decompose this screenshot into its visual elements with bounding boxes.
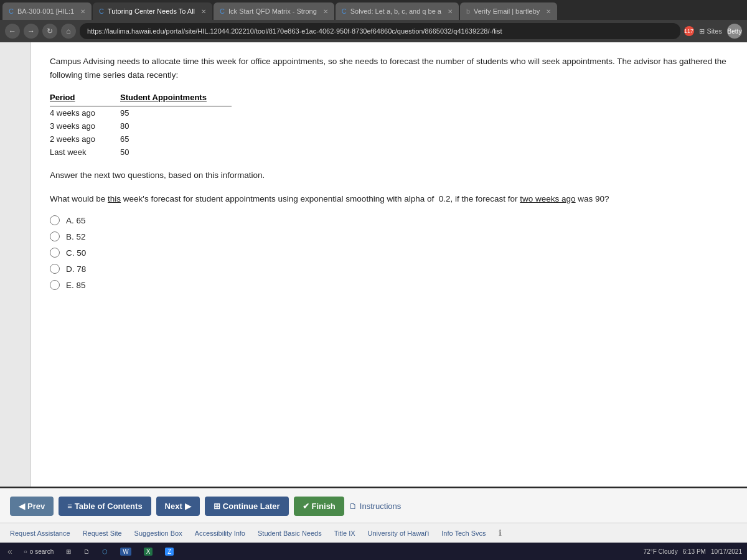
file-icon: 🗋 (83, 548, 90, 555)
toc-label: Table of Contents (75, 502, 143, 511)
checkmark-icon: ✔ (303, 502, 309, 511)
taskbar-icon-word[interactable]: W (116, 546, 134, 557)
content-wrapper: Campus Advising needs to allocate time t… (0, 42, 747, 487)
windows-icon: ⊞ (66, 548, 71, 555)
radio-e[interactable] (50, 280, 60, 290)
back-button[interactable]: ← (5, 24, 20, 39)
next-arrow-icon: ▶ (185, 502, 191, 511)
footer-info-tech[interactable]: Info Tech Svcs (441, 530, 486, 537)
table-row: 2 weeks ago 65 (50, 133, 232, 146)
question-instruction: Answer the next two questions, based on … (50, 169, 728, 182)
value-cell: 80 (120, 119, 232, 133)
tab-icon: C (99, 7, 104, 15)
taskbar-right: 72°F Cloudy 6:13 PM 10/17/2021 (644, 548, 742, 555)
tab-tutoring[interactable]: C Tutoring Center Needs To All ✕ (93, 2, 212, 20)
choice-b[interactable]: B. 52 (50, 231, 728, 241)
close-icon[interactable]: ✕ (323, 8, 328, 15)
system-time: 6:13 PM (683, 548, 706, 555)
col-header-period: Period (50, 91, 120, 106)
search-icon: ○ (24, 548, 27, 555)
prev-label: Prev (27, 502, 45, 511)
radio-b[interactable] (50, 231, 60, 241)
tab-icon: C (9, 7, 14, 15)
choice-c[interactable]: C. 50 (50, 248, 728, 258)
refresh-button[interactable]: ↻ (42, 24, 57, 39)
collapse-sidebar-button[interactable]: « (5, 546, 15, 556)
table-row: Last week 50 (50, 146, 232, 159)
sub-question: What would be this week's forecast for s… (50, 192, 728, 206)
footer: Request Assistance Request Site Suggesti… (0, 523, 747, 543)
tab-label: Tutoring Center Needs To All (108, 7, 195, 15)
prev-button[interactable]: ◀ Prev (10, 497, 54, 516)
tab-ba300[interactable]: C BA-300-001 [HIL:1 ✕ (2, 2, 92, 20)
home-button[interactable]: ⌂ (61, 24, 76, 39)
grid-icon: ⊞ (699, 27, 705, 35)
footer-info-icon: ℹ (499, 528, 502, 538)
tab-solved[interactable]: C Solved: Let a, b, c, and q be a ✕ (336, 2, 459, 20)
footer-accessibility[interactable]: Accessibility Info (195, 530, 245, 537)
tab-icon: C (220, 7, 225, 15)
main-content: Campus Advising needs to allocate time t… (31, 42, 747, 487)
period-cell: 3 weeks ago (50, 119, 120, 133)
taskbar-icon-start[interactable]: ⊞ (62, 547, 75, 556)
choice-a[interactable]: A. 65 (50, 215, 728, 225)
data-table: Period Student Appointments 4 weeks ago … (50, 91, 232, 159)
question-intro: Campus Advising needs to allocate time t… (50, 55, 728, 82)
sites-label: Sites (707, 27, 722, 35)
radio-c[interactable] (50, 248, 60, 258)
sidebar (0, 42, 31, 487)
instructions-button[interactable]: 🗋 Instructions (349, 502, 401, 511)
footer-student-needs[interactable]: Student Basic Needs (258, 530, 322, 537)
notification-badge: 117 (684, 26, 694, 36)
continue-later-button[interactable]: ⊞ Continue Later (205, 497, 289, 516)
tab-bartleby[interactable]: b Verify Email | bartleby ✕ (460, 2, 557, 20)
taskbar-icon-zoom[interactable]: Z (161, 546, 177, 557)
choice-e[interactable]: E. 85 (50, 280, 728, 290)
zoom-icon: Z (165, 548, 174, 556)
sites-button[interactable]: ⊞ Sites (699, 27, 722, 35)
excel-icon: X (144, 548, 153, 556)
address-bar: ← → ↻ ⌂ 117 ⊞ Sites Betty (0, 20, 747, 42)
tab-bar: C BA-300-001 [HIL:1 ✕ C Tutoring Center … (0, 0, 747, 20)
next-button[interactable]: Next ▶ (156, 497, 200, 516)
weather-info: 72°F Cloudy (644, 548, 678, 555)
col-header-appointments: Student Appointments (120, 91, 232, 106)
taskbar: « ○ o search ⊞ 🗋 ⬡ W X Z 72°F Cloudy 6:1… (0, 543, 747, 560)
choice-c-label: C. 50 (66, 248, 86, 258)
radio-a[interactable] (50, 215, 60, 225)
footer-university[interactable]: University of Hawai'i (368, 530, 430, 537)
footer-title-ix[interactable]: Title IX (334, 530, 355, 537)
choice-b-label: B. 52 (66, 232, 86, 241)
bottom-nav: ◀ Prev ≡ Table of Contents Next ▶ ⊞ Cont… (0, 488, 747, 523)
taskbar-icon-excel[interactable]: X (140, 546, 157, 557)
value-cell: 95 (120, 106, 232, 120)
period-cell: 4 weeks ago (50, 106, 120, 120)
choice-d-label: D. 78 (66, 264, 86, 274)
taskbar-icon-file[interactable]: 🗋 (80, 547, 93, 556)
taskbar-icon-edge[interactable]: ⬡ (98, 547, 111, 556)
forward-button[interactable]: → (24, 24, 39, 39)
footer-request-assistance[interactable]: Request Assistance (10, 530, 70, 537)
radio-d[interactable] (50, 264, 60, 274)
tab-ick[interactable]: C Ick Start QFD Matrix - Strong ✕ (214, 2, 334, 20)
tab-label: Solved: Let a, b, c, and q be a (350, 7, 441, 15)
search-bar[interactable]: ○ o search (20, 547, 57, 556)
finish-button[interactable]: ✔ Finish (294, 497, 344, 516)
toc-button[interactable]: ≡ Table of Contents (59, 497, 151, 516)
continue-icon: ⊞ (214, 502, 220, 511)
underlined-this: this (108, 194, 121, 203)
url-input[interactable] (80, 23, 680, 39)
close-icon[interactable]: ✕ (546, 8, 551, 15)
doc-icon: 🗋 (349, 502, 357, 511)
choice-d[interactable]: D. 78 (50, 264, 728, 274)
footer-suggestion-box[interactable]: Suggestion Box (134, 530, 182, 537)
value-cell: 50 (120, 146, 232, 159)
close-icon[interactable]: ✕ (448, 8, 453, 15)
close-icon[interactable]: ✕ (80, 8, 85, 15)
system-date: 10/17/2021 (711, 548, 742, 555)
footer-request-site[interactable]: Request Site (83, 530, 122, 537)
value-cell: 65 (120, 133, 232, 146)
close-icon[interactable]: ✕ (201, 8, 206, 15)
avatar-label: Betty (728, 28, 742, 35)
browser-toolbar-right: 117 ⊞ Sites Betty (684, 24, 742, 39)
